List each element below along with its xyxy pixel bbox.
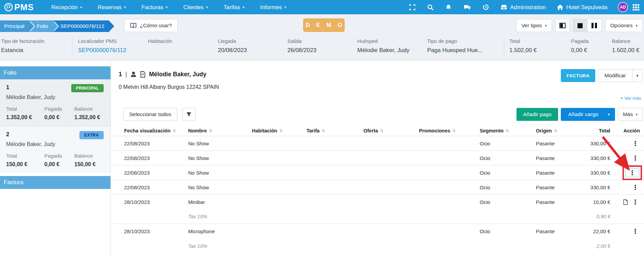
cell-total: 330,00 €	[577, 170, 610, 176]
row-actions-kebab-icon[interactable]: ⋮	[632, 228, 639, 235]
modificar-caret-button[interactable]: ▾	[632, 69, 642, 82]
user-avatar[interactable]: AD	[618, 2, 628, 12]
chevron-down-icon: ▾	[621, 96, 623, 100]
person-icon[interactable]	[130, 71, 137, 78]
cell-segmento: Ocio	[480, 155, 536, 161]
menu-reservas[interactable]: Reservas ▾	[90, 4, 134, 11]
cell-tax-label: Tax 10%	[188, 243, 252, 249]
select-all-button[interactable]: Seleccionar todos	[123, 108, 177, 121]
add-charge-caret-button[interactable]: ▾	[606, 112, 615, 117]
breadcrumb-principal[interactable]: Principal	[0, 20, 29, 32]
search-button[interactable]	[421, 4, 439, 11]
columns-icon	[559, 23, 566, 28]
folio-item-1[interactable]: 1 PRINCIPAL Mélodie Baker, Judy Total Pa…	[0, 79, 110, 126]
invoice-doc-icon[interactable]	[623, 199, 628, 205]
split-columns-icon	[591, 23, 597, 28]
col-label: Segmento	[480, 128, 504, 133]
col-header-fecha[interactable]: Fecha visualización ⇅	[124, 128, 188, 133]
folio-number: 1	[6, 84, 9, 91]
row-actions-kebab-icon[interactable]: ⋮	[632, 155, 639, 161]
field-value: Mélodie Baker, Judy	[357, 47, 409, 54]
cell-origen: Pasante	[536, 141, 577, 146]
hotel-menu[interactable]: Hotel Sepulveda	[551, 4, 613, 11]
single-pane-button[interactable]	[573, 19, 587, 32]
menu-facturas[interactable]: Facturas ▾	[134, 4, 176, 11]
table-tax-row: Tax 10% 0,90 €	[111, 209, 644, 224]
breadcrumb-locator[interactable]: SEP00000076/112	[53, 20, 109, 32]
opciones-dropdown[interactable]: Opciones ▾	[605, 19, 643, 32]
table-row[interactable]: 22/08/2023 No Show Ocio Pasante 330,00 €…	[111, 180, 644, 195]
col-header-nombre[interactable]: Nombre ⇅	[188, 128, 252, 133]
table-row[interactable]: 28/10/2023 Microphone Ocio Pasante 22,00…	[111, 224, 644, 239]
guest-header: 1 | Mélodie Baker, Judy 0 Me	[111, 61, 644, 90]
menu-label: Informes	[260, 4, 282, 11]
table-row[interactable]: 22/08/2023 No Show Ocio Pasante 330,00 €…	[111, 151, 644, 165]
cell-origen: Pasante	[536, 155, 577, 161]
apps-grid-icon[interactable]	[633, 4, 639, 11]
modificar-button[interactable]: Modificar	[598, 69, 632, 82]
annotation-highlight-box: ⋮	[623, 165, 642, 180]
guest-index: 1	[119, 71, 122, 78]
col-header-total[interactable]: Total	[577, 128, 610, 133]
app-logo[interactable]: PMS	[4, 2, 34, 12]
factura-section-header[interactable]: Factura	[0, 176, 110, 189]
menu-label: Reservas	[98, 4, 122, 11]
table-row[interactable]: 22/08/2023 No Show Ocio Pasante 330,00 €…	[111, 136, 644, 151]
fullscreen-button[interactable]	[403, 4, 421, 11]
guest-address: 0 Melvin Hill Albany Burgos 12242 SPAIN	[119, 84, 643, 90]
ver-tipos-dropdown[interactable]: Ver tipos ▾	[516, 19, 552, 32]
field-label: Pagada	[571, 38, 589, 44]
row-actions-kebab-icon[interactable]: ⋮	[632, 199, 639, 205]
navbar-right: Administration Hotel Sepulveda AD	[403, 2, 639, 12]
col-header-segmento[interactable]: Segmento ⇅	[480, 128, 536, 133]
cell-segmento: Ocio	[480, 185, 536, 190]
document-icon[interactable]	[140, 71, 146, 78]
square-icon	[578, 23, 583, 28]
localizador-link[interactable]: SEP00000076/112	[78, 47, 126, 54]
factura-button[interactable]: FACTURA	[561, 69, 595, 82]
administration-menu[interactable]: Administration	[495, 4, 551, 11]
row-actions-kebab-icon[interactable]: ⋮	[632, 140, 639, 147]
cell-nombre: No Show	[188, 185, 252, 190]
total-label: Total	[6, 153, 44, 159]
table-row-highlighted[interactable]: 22/08/2023 No Show Ocio Pasante 330,00 €…	[111, 165, 644, 180]
ver-mas-link[interactable]: ▾ Ver más	[621, 96, 641, 101]
cell-tax-total: 2,00 €	[577, 243, 610, 249]
add-payment-button[interactable]: Añadir pago	[516, 108, 558, 121]
row-actions-kebab-icon[interactable]: ⋮	[629, 170, 635, 176]
more-dropdown-button[interactable]: Más ▾	[618, 108, 643, 121]
col-header-habitacion[interactable]: Habitación ⇅	[252, 128, 306, 133]
field-value: 1.502,00 €	[612, 47, 639, 54]
notifications-button[interactable]	[439, 4, 458, 11]
col-header-tarifa[interactable]: Tarifa ⇅	[306, 128, 363, 133]
col-header-oferta[interactable]: Oferta ⇅	[363, 128, 419, 133]
history-button[interactable]	[477, 4, 495, 11]
menu-clientes[interactable]: Clientes ▾	[176, 4, 216, 11]
view-controls: Ver tipos ▾	[516, 19, 643, 32]
field-tipo-facturacion: Tipo de facturación Estancia	[1, 38, 44, 54]
menu-informes[interactable]: Informes ▾	[252, 4, 294, 11]
messages-button[interactable]	[458, 4, 477, 11]
col-header-origen[interactable]: Origen ⇅	[536, 128, 577, 133]
folio-number: 2	[6, 131, 9, 138]
balance-label: Balance	[74, 106, 104, 112]
charges-table: Fecha visualización ⇅ Nombre ⇅ Habitació…	[111, 126, 644, 253]
menu-label: Recepción	[51, 4, 78, 11]
sort-icon: ⇅	[506, 128, 509, 133]
cell-origen: Pasante	[536, 199, 577, 205]
col-header-promociones[interactable]: Promociones ⇅	[419, 128, 480, 133]
split-pane-button[interactable]	[587, 19, 602, 32]
row-actions-kebab-icon[interactable]: ⋮	[632, 184, 639, 191]
columns-view-button[interactable]	[555, 19, 570, 32]
filter-button[interactable]	[182, 108, 196, 121]
balance-value: 150,00 €	[74, 161, 104, 167]
table-row[interactable]: 28/10/2023 Minibar Ocio Pasante 10,00 € …	[111, 195, 644, 209]
cell-fecha: 28/10/2023	[124, 228, 188, 234]
menu-tarifas[interactable]: Tarifas ▾	[216, 4, 252, 11]
add-charge-button[interactable]: Añadir cargo	[561, 111, 606, 117]
menu-recepcion[interactable]: Recepción ▾	[43, 4, 90, 11]
folio-item-2[interactable]: 2 EXTRA Mélodie Baker, Judy Total Pagada…	[0, 126, 110, 173]
cell-nombre: No Show	[188, 155, 252, 161]
layout-toggle-group	[573, 19, 602, 32]
how-to-use-button[interactable]: ¿Cómo usar?	[124, 19, 178, 32]
